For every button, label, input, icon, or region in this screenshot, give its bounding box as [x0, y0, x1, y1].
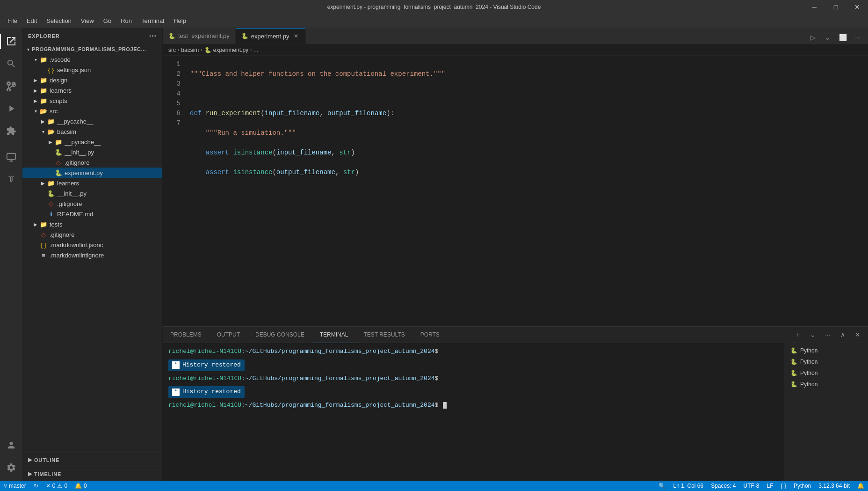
menu-go[interactable]: Go — [100, 15, 115, 26]
run-debug-icon[interactable] — [0, 97, 22, 120]
status-cursor-pos[interactable]: Ln 1, Col 66 — [669, 481, 707, 491]
breadcrumb-bacsim[interactable]: bacsim — [181, 47, 199, 53]
outline-header[interactable]: ▶ OUTLINE — [22, 455, 162, 465]
status-left: ⑂ master ↻ ✕ 0 ⚠ 0 🔔 0 — [0, 481, 91, 491]
panel-tab-problems[interactable]: PROBLEMS — [163, 327, 210, 343]
sidebar-item-settings-json[interactable]: { } settings.json — [22, 65, 162, 75]
outline-section: ▶ OUTLINE — [22, 453, 162, 467]
split-editor-btn[interactable]: ⬜ — [836, 31, 849, 44]
terminal-more-btn[interactable]: ··· — [821, 328, 834, 341]
sidebar-item-tests[interactable]: ▶ 📁 tests — [22, 219, 162, 229]
sidebar-item-readme[interactable]: ℹ README.md — [22, 209, 162, 219]
breadcrumb-src[interactable]: src — [168, 47, 176, 53]
terminal-instance-2[interactable]: 🐍 Python — [784, 356, 868, 367]
breadcrumb-sep3: › — [250, 47, 252, 52]
sidebar-item-design[interactable]: ▶ 📁 design — [22, 75, 162, 85]
terminal-instance-label-1: Python — [800, 347, 817, 354]
tab-test-experiment[interactable]: 🐍 test_experiment.py — [163, 28, 236, 44]
sidebar-title: EXPLORER — [28, 33, 60, 39]
sidebar-item-markdownlintignore[interactable]: ≡ .markdownlintignore — [22, 250, 162, 260]
minimize-btn[interactable]: ─ — [803, 0, 825, 14]
panel-tab-debug-console[interactable]: DEBUG CONSOLE — [248, 327, 312, 343]
tabs-bar: 🐍 test_experiment.py 🐍 experiment.py ✕ ▷… — [163, 28, 868, 44]
menu-terminal[interactable]: Terminal — [137, 15, 168, 26]
split-dropdown-btn[interactable]: ⌄ — [821, 31, 834, 44]
status-language[interactable]: Python — [790, 481, 815, 491]
terminal-instance-1[interactable]: 🐍 Python — [784, 345, 868, 356]
breadcrumb-more[interactable]: ... — [253, 47, 258, 53]
sidebar-item-experiment-py[interactable]: 🐍 experiment.py — [22, 168, 162, 178]
status-language-icon[interactable]: { } — [777, 481, 790, 491]
sidebar-item-gitignore-bacsim[interactable]: ◇ .gitignore — [22, 157, 162, 168]
panel-close-btn[interactable]: ✕ — [851, 328, 864, 341]
status-python-version[interactable]: 3.12.3 64-bit — [815, 481, 854, 491]
terminal-instance-label-2: Python — [800, 359, 817, 365]
run-btn[interactable]: ▷ — [806, 31, 819, 44]
menu-help[interactable]: Help — [170, 15, 190, 26]
code-content[interactable]: """Class and helper functions on the com… — [186, 56, 861, 326]
status-sync[interactable]: ↻ — [30, 481, 42, 491]
status-branch[interactable]: ⑂ master — [0, 481, 30, 491]
menu-file[interactable]: File — [4, 15, 21, 26]
menu-selection[interactable]: Selection — [43, 15, 75, 26]
editor-scrollbar[interactable] — [861, 56, 868, 326]
extensions-icon[interactable] — [0, 120, 22, 142]
status-bell[interactable]: 🔔 — [854, 481, 868, 491]
status-encoding[interactable]: UTF-8 — [740, 481, 763, 491]
menu-run[interactable]: Run — [117, 15, 136, 26]
sidebar-item-vscode[interactable]: ▾ 📁 .vscode — [22, 54, 162, 65]
timeline-header[interactable]: ▶ TIMELINE — [22, 469, 162, 479]
folder-icon: 📁 — [47, 117, 55, 125]
panel-tab-ports[interactable]: PORTS — [413, 327, 448, 343]
status-eol[interactable]: LF — [763, 481, 777, 491]
explorer-icon[interactable] — [0, 30, 22, 52]
maximize-btn[interactable]: □ — [825, 0, 846, 14]
project-root[interactable]: ▾ PROGRAMMING_FORMALISMS_PROJEC... — [22, 44, 162, 54]
sidebar-item-init-src[interactable]: 🐍 __init__.py — [22, 188, 162, 198]
sidebar-item-gitignore-root[interactable]: ◇ .gitignore — [22, 229, 162, 240]
more-actions-btn[interactable]: ··· — [851, 31, 864, 44]
status-spaces[interactable]: Spaces: 4 — [707, 481, 739, 491]
sidebar-item-gitignore-src[interactable]: ◇ .gitignore — [22, 198, 162, 209]
remote-icon[interactable] — [0, 146, 22, 169]
sidebar-item-learners-src[interactable]: ▶ 📁 learners — [22, 178, 162, 188]
terminal-instance-4[interactable]: 🐍 Python — [784, 379, 868, 390]
breadcrumb-file[interactable]: experiment.py — [213, 47, 248, 53]
terminal[interactable]: richel@richel-N141CU:~/GitHubs/programmi… — [163, 343, 784, 481]
menu-edit[interactable]: Edit — [23, 15, 41, 26]
sidebar-item-markdownlint-jsonc[interactable]: { } .markdownlint.jsonc — [22, 240, 162, 250]
tab-close-btn[interactable]: ✕ — [292, 32, 300, 40]
source-control-icon[interactable] — [0, 75, 22, 97]
window-controls[interactable]: ─ □ ✕ — [803, 0, 868, 14]
code-editor[interactable]: 1 2 3 4 5 6 7 """Class and helper functi… — [163, 56, 868, 326]
python-term-icon-1: 🐍 — [790, 347, 797, 354]
terminal-instance-3[interactable]: 🐍 Python — [784, 367, 868, 379]
account-icon[interactable] — [0, 434, 22, 456]
sidebar-item-init-bacsim[interactable]: 🐍 __init__.py — [22, 147, 162, 157]
panel-tab-terminal[interactable]: TERMINAL — [312, 327, 356, 343]
sidebar-item-pycache-src[interactable]: ▶ 📁 __pycache__ — [22, 116, 162, 126]
json-file-icon: { } — [47, 66, 55, 74]
search-icon[interactable] — [0, 52, 22, 75]
timeline-label: TIMELINE — [34, 471, 61, 477]
close-btn[interactable]: ✕ — [846, 0, 868, 14]
sidebar-item-src[interactable]: ▾ 📂 src — [22, 106, 162, 116]
testing-icon[interactable] — [0, 169, 22, 191]
terminal-split-btn[interactable]: ⌄ — [806, 328, 819, 341]
sidebar-item-scripts[interactable]: ▶ 📁 scripts — [22, 95, 162, 106]
sidebar-item-learners-top[interactable]: ▶ 📁 learners — [22, 85, 162, 95]
new-terminal-btn[interactable]: + — [791, 328, 804, 341]
tab-experiment[interactable]: 🐍 experiment.py ✕ — [236, 28, 306, 44]
panel-maximize-btn[interactable]: ∧ — [836, 328, 849, 341]
menu-view[interactable]: View — [77, 15, 98, 26]
panel-tab-output[interactable]: OUTPUT — [210, 327, 248, 343]
settings-icon[interactable] — [0, 456, 22, 479]
sidebar-more-btn[interactable]: ··· — [149, 32, 157, 40]
status-errors[interactable]: ✕ 0 ⚠ 0 — [42, 481, 71, 491]
status-notifications[interactable]: 🔔 0 — [71, 481, 91, 491]
sidebar-item-pycache-bacsim[interactable]: ▶ 📁 __pycache__ — [22, 137, 162, 147]
sidebar-item-bacsim[interactable]: ▾ 📂 bacsim — [22, 126, 162, 137]
panel-tab-test-results[interactable]: TEST RESULTS — [356, 327, 412, 343]
project-arrow: ▾ — [24, 44, 32, 54]
status-zoom[interactable]: 🔍 — [655, 481, 669, 491]
